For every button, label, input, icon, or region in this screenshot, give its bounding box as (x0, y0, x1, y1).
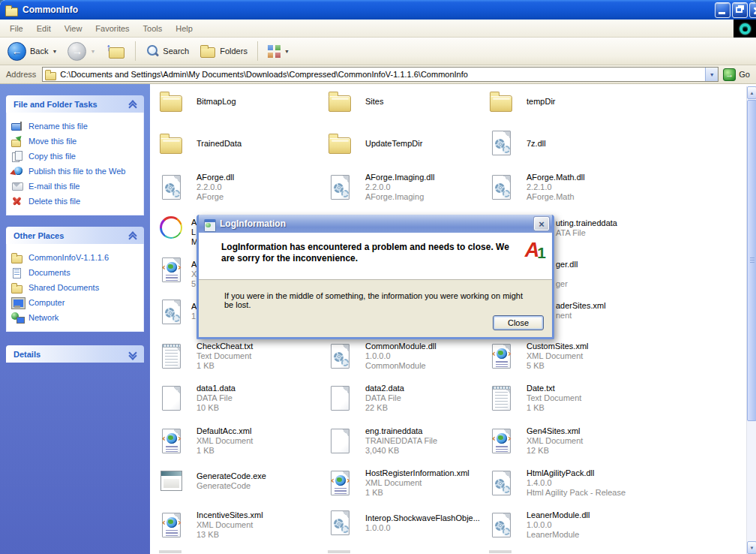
folders-icon (200, 44, 216, 58)
minimize-button[interactable] (715, 2, 730, 18)
scrollbar-thumb[interactable] (747, 100, 756, 421)
search-button[interactable]: Search (142, 43, 192, 59)
search-icon (146, 44, 159, 58)
address-folder-icon (45, 68, 57, 80)
file-item[interactable]: CommonModule.dll 1.0.0.0 CommonModule (328, 342, 436, 371)
folders-button[interactable]: Folders (196, 43, 250, 59)
file-item[interactable]: Interop.ShockwaveFlashObje... 1.0.0.0 (328, 510, 480, 536)
ring-logo-icon (740, 23, 751, 35)
file-item[interactable]: data2.data DATA File 22 KB (328, 384, 404, 413)
menu-item[interactable]: Edit (30, 21, 58, 36)
xml-icon (489, 429, 514, 454)
menu-item[interactable]: Tools (136, 21, 170, 36)
forward-dropdown-icon: ▼ (90, 49, 95, 54)
file-item[interactable]: 7z.dll (489, 131, 546, 156)
file-item[interactable]: BitmapLog (159, 89, 236, 114)
file-item[interactable]: eng.traineddata TRAINEDDATA File 3,040 K… (328, 426, 437, 456)
file-item[interactable]: HostRegisterInformation.xml XML Document… (328, 468, 470, 498)
vertical-scrollbar[interactable]: ▲ ▼ (746, 86, 756, 554)
file-item[interactable]: tempDir (489, 89, 556, 114)
dll-icon (328, 175, 353, 200)
toolbar-separator (135, 41, 136, 61)
txt-icon (489, 386, 514, 411)
views-icon (268, 45, 280, 58)
address-input[interactable]: C:\Documents and Settings\Admin\My Docum… (42, 67, 718, 82)
go-button[interactable]: → Go (718, 66, 756, 83)
forward-icon: → (68, 42, 86, 61)
folder-icon (159, 89, 184, 114)
menu-item[interactable]: Favorites (88, 21, 136, 36)
file-item[interactable]: IncentiveSites.xml XML Document 13 KB (159, 510, 263, 540)
file-item[interactable] (159, 300, 196, 325)
file-item[interactable]: AForge.Math.dll 2.2.1.0 AForge.Math (489, 173, 585, 202)
dll-icon (159, 175, 184, 200)
xml-icon (489, 344, 514, 369)
dialog-upper-section: LogInformation has encountered a problem… (199, 233, 552, 280)
brand-logo (734, 20, 756, 38)
file-item[interactable]: AForge.dll 2.2.0.0 AForge (159, 173, 234, 202)
back-button[interactable]: ← Back ▼ (4, 41, 60, 62)
folder-icon (328, 131, 353, 156)
dialog-app-icon (203, 218, 216, 230)
views-dropdown-icon[interactable]: ▼ (284, 49, 290, 54)
data-icon (159, 386, 184, 411)
file-item[interactable]: CheckCheat.txt Text Document 1 KB (159, 342, 253, 371)
file-item[interactable]: data1.data DATA File 10 KB (159, 384, 236, 413)
close-button[interactable] (749, 2, 756, 18)
views-button[interactable]: ▼ (265, 44, 292, 59)
folder-icon (328, 89, 353, 114)
file-item[interactable]: UpdateTempDir (328, 131, 422, 156)
file-item[interactable]: Date.txt Text Document 1 KB (489, 384, 581, 413)
dialog-title: LogInformation (220, 218, 534, 229)
clipped-row-sliver (159, 550, 182, 553)
dialog-close-button[interactable]: Close (493, 315, 544, 330)
data-icon (328, 429, 353, 454)
file-item[interactable]: DefaultAcc.xml XML Document 1 KB (159, 426, 253, 456)
file-item[interactable] (159, 257, 196, 283)
dll-icon (489, 175, 514, 200)
window-title: CommonInfo (22, 5, 78, 15)
file-item[interactable]: HtmlAgilityPack.dll 1.4.0.0 Html Agility… (489, 468, 626, 498)
forward-button[interactable]: → ▼ (64, 41, 98, 62)
file-item[interactable]: AForge.Imaging.dll 2.2.0.0 AForge.Imagin… (328, 173, 434, 202)
dll-icon (489, 513, 514, 538)
file-item[interactable] (159, 215, 196, 241)
address-dropdown-button[interactable]: ▼ (705, 68, 718, 81)
xml-icon (159, 429, 184, 454)
file-item[interactable]: Gen4Sites.xml XML Document 12 KB (489, 426, 583, 456)
up-button[interactable] (103, 41, 128, 61)
folder-up-icon (106, 43, 125, 59)
xml-icon (159, 257, 184, 283)
dll-icon (328, 510, 353, 536)
dialog-close-icon[interactable]: × (534, 217, 549, 230)
folder-icon (159, 131, 184, 156)
menu-item[interactable]: View (58, 21, 89, 36)
file-item[interactable]: Sites (328, 89, 383, 114)
scroll-down-button[interactable]: ▼ (747, 541, 756, 554)
data-icon (328, 386, 353, 411)
xml-icon (328, 471, 353, 496)
folder-window-icon (5, 5, 19, 16)
address-bar: Address C:\Documents and Settings\Admin\… (0, 65, 756, 84)
txt-icon (159, 344, 184, 369)
menu-item[interactable]: File (3, 21, 30, 36)
restore-button[interactable] (732, 2, 748, 18)
menu-bar: FileEditViewFavoritesToolsHelp (0, 20, 756, 38)
file-item[interactable]: GenerateCode.exe GenerateCode (159, 468, 266, 494)
clipped-row-sliver (489, 550, 512, 553)
dialog-lower-section: If you were in the middle of something, … (199, 280, 552, 337)
file-item[interactable]: TrainedData (159, 131, 242, 156)
file-item[interactable]: CustomSites.xml XML Document 5 KB (489, 342, 589, 371)
address-label: Address (0, 70, 42, 79)
toolbar: ← Back ▼ → ▼ Search Folders ▼ (0, 38, 756, 65)
file-item[interactable]: LeanerModule.dll 1.0.0.0 LeanerModule (489, 510, 590, 540)
dialog-titlebar[interactable]: LogInformation × (199, 215, 552, 233)
ring-icon (159, 215, 184, 241)
back-dropdown-icon[interactable]: ▼ (52, 49, 57, 54)
menu-item[interactable]: Help (169, 21, 200, 36)
dialog-headline: LogInformation has encountered a problem… (221, 242, 515, 264)
scroll-up-button[interactable]: ▲ (747, 86, 756, 99)
window-titlebar: CommonInfo (0, 0, 756, 20)
toolbar-separator (257, 41, 258, 61)
dll-icon (489, 471, 514, 496)
